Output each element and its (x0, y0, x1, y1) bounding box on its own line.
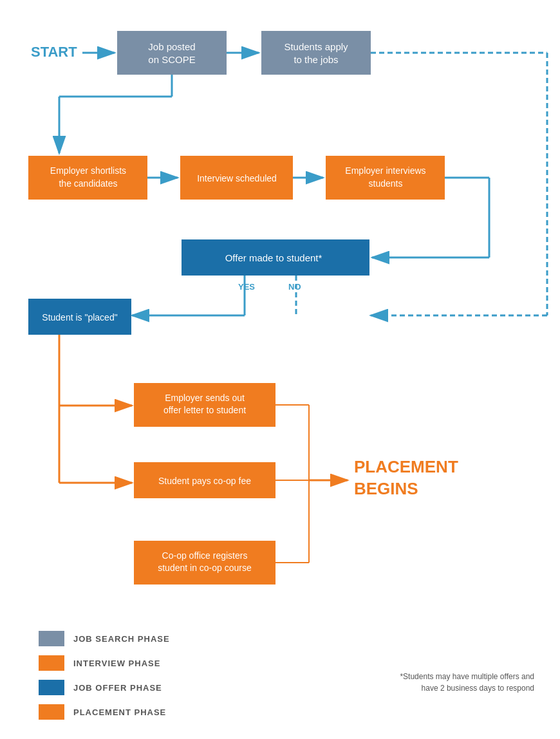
diagram-container: START Job posted on SCOPE Students apply… (0, 0, 560, 733)
legend-label-job-search: JOB SEARCH PHASE (73, 634, 170, 644)
yes-label: YES (238, 282, 255, 292)
box-shortlists-line1: Employer shortlists (50, 165, 126, 176)
box-register-line2: student in co-op course (158, 563, 252, 573)
legend-color-job-offer (39, 680, 64, 695)
box-job-posted-line2: on SCOPE (148, 54, 195, 65)
placement-begins-line1: PLACEMENT (354, 457, 458, 476)
box-students-apply-line1: Students apply (284, 41, 348, 52)
box-student-placed-text: Student is "placed" (42, 312, 117, 323)
box-offer-made-text: Offer made to student* (225, 252, 322, 263)
start-label: START (31, 44, 77, 60)
legend-label-interview: INTERVIEW PHASE (73, 659, 160, 668)
legend-color-job-search (39, 631, 64, 646)
flow-diagram: START Job posted on SCOPE Students apply… (19, 13, 560, 605)
legend-label-job-offer: JOB OFFER PHASE (73, 683, 162, 693)
box-interview-scheduled-text: Interview scheduled (197, 173, 277, 183)
legend-item-job-search: JOB SEARCH PHASE (39, 631, 541, 646)
no-label: NO (288, 282, 301, 292)
box-employer-interviews (326, 156, 445, 200)
footnote: *Students may have multiple offers and h… (393, 671, 534, 694)
box-job-posted (117, 31, 227, 75)
legend-item-placement: PLACEMENT PHASE (39, 704, 541, 720)
footnote-text: *Students may have multiple offers and h… (400, 672, 534, 693)
box-students-apply (261, 31, 371, 75)
legend-item-interview: INTERVIEW PHASE (39, 655, 541, 671)
box-employer-interviews-line2: students (369, 178, 403, 189)
legend-color-placement (39, 704, 64, 720)
legend-label-placement: PLACEMENT PHASE (73, 707, 166, 717)
box-employer-interviews-line1: Employer interviews (345, 165, 425, 176)
box-offer-letter-line2: offer letter to student (163, 405, 246, 415)
box-job-posted-line1: Job posted (148, 41, 195, 52)
box-shortlists-line2: the candidates (59, 178, 117, 189)
box-students-apply-line2: to the jobs (294, 54, 338, 65)
box-register-line1: Co-op office registers (162, 550, 248, 561)
box-coop-fee-text: Student pays co-op fee (158, 476, 251, 486)
placement-begins-line2: BEGINS (354, 479, 418, 498)
box-shortlists (28, 156, 147, 200)
box-offer-letter-line1: Employer sends out (165, 393, 245, 403)
legend-color-interview (39, 655, 64, 671)
